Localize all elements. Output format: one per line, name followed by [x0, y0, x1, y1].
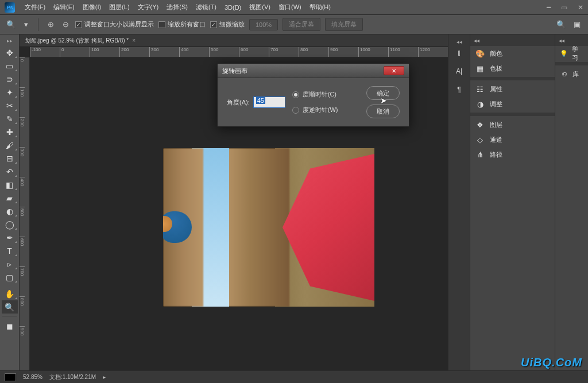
shape-tool[interactable]: ▢: [2, 270, 18, 284]
dropdown-icon[interactable]: ▾: [21, 20, 31, 30]
wand-tool[interactable]: ✦: [2, 86, 18, 99]
heal-tool[interactable]: ✚: [2, 125, 18, 138]
app-logo: Ps: [5, 2, 15, 13]
panel-properties-label: 属性: [490, 85, 502, 94]
marquee-tool[interactable]: ▭: [2, 59, 18, 72]
menu-select[interactable]: 选择(S): [163, 1, 192, 13]
angle-input[interactable]: 45: [253, 96, 285, 108]
fine-zoom-checkbox[interactable]: ✓细微缩放: [210, 20, 245, 29]
learn-icon: 💡: [560, 49, 568, 58]
close-tab-icon[interactable]: ×: [132, 37, 136, 44]
right-column: ◂◂ 💡学习 ©库: [555, 34, 588, 370]
document-image: [163, 148, 374, 307]
clockwise-radio[interactable]: 度顺时针(C): [292, 90, 338, 99]
counter-clockwise-radio[interactable]: 度逆时针(W): [292, 106, 338, 114]
adjustments-icon: ◑: [475, 99, 485, 109]
panel-adjustments[interactable]: ◑调整: [470, 96, 555, 111]
panel-swatches-label: 色板: [490, 64, 502, 73]
clockwise-label: 度顺时针(C): [303, 90, 336, 99]
panel-layers[interactable]: ❖图层: [470, 117, 555, 132]
angle-value: 45: [256, 97, 265, 104]
window-close[interactable]: ✕: [578, 3, 583, 11]
channels-icon: ◇: [475, 134, 485, 145]
color-icon: 🎨: [475, 48, 485, 59]
zoom-all-checkbox[interactable]: 缩放所有窗口: [158, 20, 206, 29]
dialog-titlebar[interactable]: 旋转画布 ✕: [218, 64, 409, 78]
status-color-swatch[interactable]: [5, 373, 16, 381]
cancel-button[interactable]: 取消: [366, 105, 400, 118]
panel-learn[interactable]: 💡学习: [555, 46, 588, 61]
watermark: UiBQ.CoM: [521, 356, 582, 369]
crop-tool[interactable]: ✂: [2, 99, 18, 112]
menu-text[interactable]: 文字(Y): [134, 1, 163, 13]
history-brush-tool[interactable]: ↶: [2, 165, 18, 178]
zoom-out-icon[interactable]: ⊖: [60, 20, 71, 30]
panel-swatches[interactable]: ▦色板: [470, 61, 555, 76]
image-trees-right: [223, 148, 289, 307]
resize-to-fit-checkbox[interactable]: ✓调整窗口大小以满屏显示: [75, 20, 154, 29]
fine-zoom-label: 细微缩放: [219, 20, 245, 29]
rotate-canvas-dialog: 旋转画布 ✕ 角度(A): 45 度顺时针(C) 度逆时针(W) 确定 取消: [217, 63, 409, 127]
foreground-color[interactable]: ◼: [2, 319, 18, 332]
pen-tool[interactable]: ✒: [2, 231, 18, 244]
separator: [38, 18, 38, 31]
fill-screen-button[interactable]: 填充屏幕: [325, 18, 363, 31]
menu-layer[interactable]: 图层(L): [105, 1, 133, 13]
panel-color[interactable]: 🎨颜色: [470, 46, 555, 61]
menu-edit[interactable]: 编辑(E): [49, 1, 79, 13]
menu-help[interactable]: 帮助(H): [305, 1, 335, 13]
tools-panel: ▸▸ ✥ ▭ ⊃ ✦ ✂ ✎ ✚ 🖌 ⊟ ↶ ◧ ▰ ◐ ◯ ✒ T ▹ ▢ ✋…: [0, 34, 20, 370]
zoom-in-icon[interactable]: ⊕: [45, 20, 56, 30]
options-bar: 🔍 ▾ ⊕ ⊖ ✓调整窗口大小以满屏显示 缩放所有窗口 ✓细微缩放 100% 适…: [0, 15, 588, 34]
resize-to-fit-label: 调整窗口大小以满屏显示: [84, 20, 154, 29]
radio-icon: [292, 91, 299, 98]
window-minimize[interactable]: ━: [547, 3, 551, 11]
panel-library[interactable]: ©库: [555, 67, 588, 82]
hand-tool[interactable]: ✋: [2, 287, 18, 300]
rightcol-collapse[interactable]: ◂◂: [555, 34, 588, 46]
status-arrow-icon[interactable]: ▸: [103, 374, 106, 380]
zoom-tool-icon[interactable]: 🔍: [6, 20, 16, 30]
learn-label: 学习: [572, 45, 583, 62]
stamp-tool[interactable]: ⊟: [2, 152, 18, 165]
properties-icon: ☷: [475, 84, 485, 94]
panels-collapse[interactable]: ◂◂: [470, 34, 555, 46]
dodge-tool[interactable]: ◯: [2, 218, 18, 231]
menu-view[interactable]: 视图(V): [245, 1, 274, 13]
library-icon: ©: [560, 69, 569, 79]
dock-paragraph-icon[interactable]: ¶: [451, 83, 467, 96]
dock-character-icon[interactable]: A|: [451, 64, 467, 78]
type-tool[interactable]: T: [2, 244, 18, 257]
blur-tool[interactable]: ◐: [2, 204, 18, 218]
gradient-tool[interactable]: ▰: [2, 191, 18, 204]
panel-channels-label: 通道: [490, 136, 502, 144]
panel-channels[interactable]: ◇通道: [470, 132, 555, 147]
dock-histogram-icon[interactable]: ⫿: [451, 46, 467, 60]
fit-screen-button[interactable]: 适合屏幕: [283, 18, 320, 31]
window-maximize[interactable]: ▭: [561, 3, 567, 11]
panel-paths[interactable]: ⋔路径: [470, 147, 555, 162]
menu-filter[interactable]: 滤镜(T): [192, 1, 220, 13]
menu-3d[interactable]: 3D(D): [220, 2, 245, 13]
eraser-tool[interactable]: ◧: [2, 178, 18, 191]
move-tool[interactable]: ✥: [2, 46, 18, 59]
zoom-tool[interactable]: 🔍: [2, 300, 18, 314]
document-tab[interactable]: 划船.jpeg @ 52.9% (背景 拷贝, RGB/8) * ×: [20, 34, 448, 47]
panel-paths-label: 路径: [490, 150, 502, 159]
menu-window[interactable]: 窗口(W): [274, 1, 305, 13]
status-zoom[interactable]: 52.85%: [23, 374, 42, 380]
paths-icon: ⋔: [475, 149, 485, 160]
ok-button[interactable]: 确定: [366, 86, 400, 100]
zoom-100-button[interactable]: 100%: [249, 19, 278, 30]
search-icon[interactable]: 🔍: [556, 20, 566, 30]
panel-adjustments-label: 调整: [490, 100, 502, 109]
brush-tool[interactable]: 🖌: [2, 138, 18, 152]
menu-image[interactable]: 图像(I): [79, 1, 105, 13]
eyedropper-tool[interactable]: ✎: [2, 112, 18, 125]
lasso-tool[interactable]: ⊃: [2, 72, 18, 86]
dialog-close-button[interactable]: ✕: [384, 66, 404, 75]
menu-file[interactable]: 文件(F): [21, 1, 49, 13]
path-tool[interactable]: ▹: [2, 257, 18, 270]
workspace-icon[interactable]: ▣: [572, 20, 582, 30]
panel-properties[interactable]: ☷属性: [470, 82, 555, 96]
